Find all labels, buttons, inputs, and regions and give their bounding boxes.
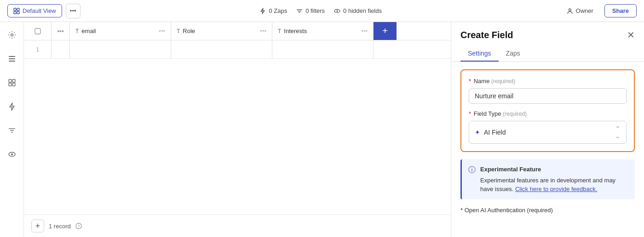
checkbox-icon	[34, 28, 41, 34]
field-type-value: AI Field	[484, 129, 506, 136]
email-column-more[interactable]: •••	[159, 28, 165, 34]
zap-icon	[259, 8, 266, 14]
svg-point-11	[11, 34, 13, 36]
zap-sidebar-icon	[8, 102, 16, 111]
more-options-button[interactable]: •••	[66, 4, 80, 18]
toolbar-right: Owner Share	[561, 4, 637, 17]
field-type-label: * Field Type (required)	[469, 110, 627, 117]
record-count: 1 record	[49, 223, 71, 230]
svg-rect-18	[12, 83, 15, 86]
list-icon	[8, 55, 16, 63]
role-column-more[interactable]: •••	[260, 28, 266, 34]
filter-icon	[296, 8, 303, 14]
tab-settings[interactable]: Settings	[460, 46, 499, 62]
checkbox-column-header	[24, 22, 52, 40]
svg-rect-3	[17, 11, 19, 14]
svg-marker-19	[10, 103, 14, 110]
sidebar-icon-list[interactable]	[5, 51, 19, 66]
svg-point-24	[11, 153, 13, 155]
share-button[interactable]: Share	[604, 4, 637, 17]
eye-sidebar-icon	[8, 150, 16, 158]
close-icon: ✕	[627, 30, 635, 40]
svg-rect-12	[9, 56, 15, 57]
table-view-icon	[13, 8, 20, 14]
default-view-button[interactable]: Default View	[7, 4, 62, 17]
sidebar-icon-zap[interactable]	[5, 99, 19, 114]
interests-column-more[interactable]: •••	[361, 28, 368, 34]
feedback-link[interactable]: Click here to provide feedback.	[515, 186, 597, 192]
table-footer: + 1 record ?	[24, 214, 451, 237]
email-column-label: email	[81, 28, 96, 34]
toolbar-left: Default View •••	[7, 4, 80, 18]
panel-title: Create Field	[460, 30, 513, 40]
role-column-label: Role	[183, 28, 195, 34]
panel-tabs: Settings Zaps	[451, 40, 644, 62]
table-icon	[8, 79, 16, 87]
role-cell[interactable]	[171, 40, 272, 58]
default-view-label: Default View	[23, 7, 56, 14]
interests-column-label: Interests	[284, 28, 307, 34]
main-layout: ••• T email ••• T Role ••• T Interests •…	[0, 22, 644, 237]
svg-rect-14	[9, 61, 15, 62]
eye-icon	[334, 8, 340, 14]
gear-icon	[8, 31, 16, 39]
add-row-button[interactable]: +	[31, 220, 44, 232]
close-panel-button[interactable]: ✕	[627, 29, 635, 40]
person-icon	[567, 8, 573, 14]
interests-cell[interactable]	[272, 40, 374, 58]
table-area: ••• T email ••• T Role ••• T Interests •…	[24, 22, 451, 237]
svg-point-10	[569, 9, 571, 11]
row-number: 1	[24, 40, 52, 58]
role-column-header[interactable]: T Role •••	[171, 22, 272, 40]
svg-rect-0	[14, 8, 16, 11]
table-header: ••• T email ••• T Role ••• T Interests •…	[24, 22, 451, 40]
filter-sidebar-icon	[8, 126, 16, 135]
sidebar-icon-eye[interactable]	[5, 147, 19, 162]
panel-content: * Name (required) * Field Type (required…	[451, 62, 644, 237]
row-spacer	[52, 40, 70, 58]
table-body: 1	[24, 40, 451, 214]
add-column-button[interactable]: +	[374, 22, 397, 40]
svg-rect-16	[12, 79, 15, 82]
svg-point-9	[337, 10, 338, 11]
svg-rect-13	[9, 58, 15, 59]
row-more-header: •••	[52, 22, 70, 40]
hidden-fields-button[interactable]: 0 hidden fields	[334, 7, 382, 14]
name-input[interactable]	[469, 88, 627, 104]
email-type-icon: T	[75, 28, 79, 34]
svg-marker-4	[261, 8, 264, 14]
zaps-button[interactable]: 0 Zaps	[259, 7, 287, 14]
open-ai-auth-label: * Open AI Authentication (required)	[460, 207, 635, 214]
svg-rect-25	[35, 28, 40, 34]
sidebar-icon-table[interactable]	[5, 75, 19, 90]
field-type-select[interactable]: ✦ AI Field ⌃⌄	[469, 121, 627, 144]
email-column-header[interactable]: T email •••	[70, 22, 171, 40]
svg-rect-2	[14, 11, 16, 14]
interests-column-header[interactable]: T Interests •••	[272, 22, 374, 40]
help-icon[interactable]: ?	[75, 223, 82, 229]
add-column-icon: +	[382, 26, 388, 36]
table-row: 1	[24, 40, 451, 59]
name-field-label: * Name (required)	[469, 78, 627, 85]
svg-rect-1	[17, 8, 19, 11]
tab-zaps[interactable]: Zaps	[499, 46, 528, 62]
owner-button[interactable]: Owner	[561, 5, 599, 17]
email-cell[interactable]	[70, 40, 171, 58]
interests-type-icon: T	[278, 28, 281, 34]
sidebar-icon-settings[interactable]	[5, 28, 19, 42]
more-dots-icon: •••	[70, 7, 76, 14]
svg-rect-17	[9, 83, 12, 86]
filters-button[interactable]: 0 filters	[296, 7, 325, 14]
top-toolbar: Default View ••• 0 Zaps 0 filters 0 hidd…	[0, 0, 644, 22]
left-sidebar	[0, 22, 24, 237]
toolbar-center: 0 Zaps 0 filters 0 hidden fields	[259, 7, 382, 14]
experimental-title: Experimental Feature	[480, 165, 628, 174]
add-row-icon: +	[35, 221, 40, 231]
svg-rect-15	[9, 79, 12, 82]
info-icon: ⓘ	[468, 165, 476, 194]
sidebar-icon-filter[interactable]	[5, 123, 19, 138]
chevron-icon: ⌃⌄	[615, 125, 621, 140]
role-type-icon: T	[177, 28, 180, 34]
orange-bordered-section: * Name (required) * Field Type (required…	[460, 69, 635, 152]
svg-text:?: ?	[77, 224, 80, 229]
